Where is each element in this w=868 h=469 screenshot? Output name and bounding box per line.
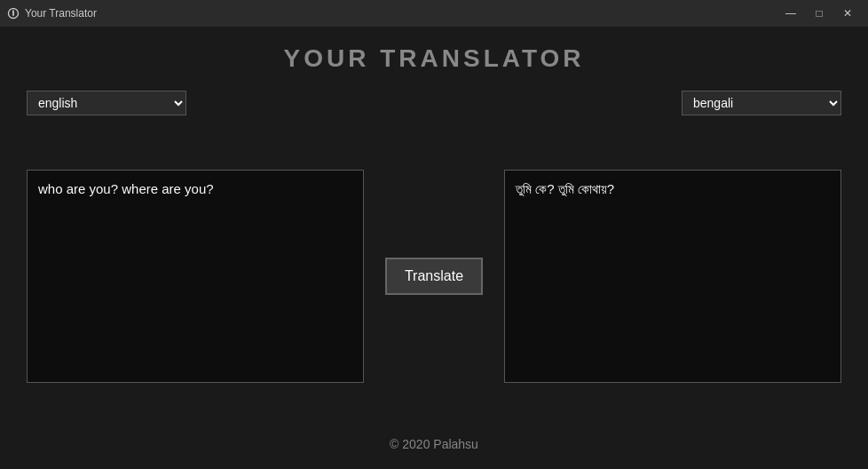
translate-button[interactable]: Translate — [385, 258, 483, 295]
target-language-select[interactable]: bengali english spanish french german ch… — [682, 91, 841, 115]
title-bar: Your Translator — □ ✕ — [0, 0, 868, 27]
translation-area: Translate তুমি কে? তুমি কোথায়? — [27, 129, 841, 424]
close-button[interactable]: ✕ — [834, 4, 861, 22]
footer: © 2020 Palahsu — [390, 437, 478, 451]
main-content: YOUR TRANSLATOR english spanish french g… — [0, 27, 868, 469]
source-language-select[interactable]: english spanish french german chinese ja… — [27, 91, 186, 115]
title-bar-text: Your Translator — [25, 7, 97, 20]
title-bar-controls: — □ ✕ — [777, 4, 861, 22]
minimize-button[interactable]: — — [777, 4, 804, 22]
controls-row: english spanish french german chinese ja… — [27, 91, 841, 115]
app-title: YOUR TRANSLATOR — [284, 44, 585, 73]
app-icon — [7, 7, 20, 20]
maximize-button[interactable]: □ — [806, 4, 832, 22]
input-textarea[interactable] — [27, 170, 364, 383]
output-box: তুমি কে? তুমি কোথায়? — [504, 170, 841, 383]
title-bar-left: Your Translator — [7, 7, 97, 20]
